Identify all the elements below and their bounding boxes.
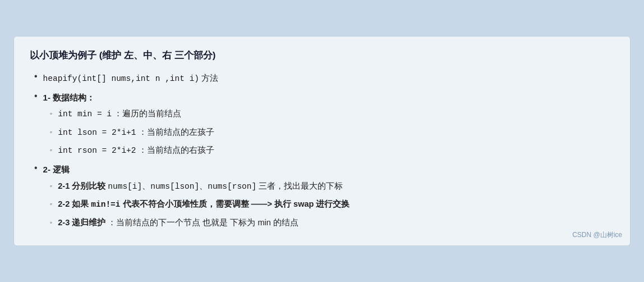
- list-item: ◦ 2-1 分别比较 nums[i]、nums[lson]、nums[rson]…: [30, 179, 614, 194]
- item-content: int lson = 2*i+1 ：当前结点的左孩子: [58, 125, 214, 140]
- text-span: 代表不符合小顶堆性质，需要调整 ——> 执行 swap 进行交换: [123, 199, 350, 208]
- code-span: min!=i: [91, 200, 120, 209]
- list-item: ◦ int min = i ：遍历的当前结点: [30, 107, 614, 121]
- text-span: ：当前结点的下一个节点 也就是 下标为 min 的结点: [108, 218, 298, 227]
- page-title: 以小顶堆为例子 (维护 左、中、右 三个部分): [30, 49, 614, 62]
- list-item: ◦ 2-3 递归维护 ：当前结点的下一个节点 也就是 下标为 min 的结点: [30, 216, 614, 230]
- list-item: ◦ int lson = 2*i+1 ：当前结点的左孩子: [30, 125, 614, 140]
- watermark: CSDN @山树ice: [572, 230, 622, 240]
- item-content: 2-1 分别比较 nums[i]、nums[lson]、nums[rson] 三…: [58, 179, 343, 194]
- main-card: 以小顶堆为例子 (维护 左、中、右 三个部分) • heapify(int[] …: [13, 36, 631, 246]
- item-content: heapify(int[] nums,int n ,int i) 方法: [43, 71, 219, 86]
- list-item: • heapify(int[] nums,int n ,int i) 方法: [30, 71, 614, 86]
- text-span: 2-2 如果: [58, 199, 91, 208]
- bullet-dot: •: [34, 91, 38, 101]
- text-span: 2-3 递归维护: [58, 218, 105, 227]
- item-content: 2- 逻辑: [43, 162, 70, 177]
- bullet-dot-sub: ◦: [50, 219, 52, 226]
- bullet-dot-sub: ◦: [50, 200, 52, 208]
- text-span: 三者，找出最大的下标: [259, 181, 343, 190]
- text-span: ：遍历的当前结点: [114, 109, 181, 118]
- code-span: heapify(int[] nums,int n ,int i): [43, 74, 199, 83]
- list-item: ◦ int rson = 2*i+2 ：当前结点的右孩子: [30, 143, 614, 158]
- text-span: ：当前结点的左孩子: [139, 128, 214, 137]
- text-span: ：当前结点的右孩子: [139, 145, 214, 154]
- code-span: int rson = 2*i+2: [58, 146, 136, 155]
- code-span: int lson = 2*i+1: [58, 128, 136, 137]
- bullet-dot: •: [34, 71, 38, 81]
- item-content: 2-3 递归维护 ：当前结点的下一个节点 也就是 下标为 min 的结点: [58, 216, 298, 230]
- bullet-dot-sub: ◦: [50, 182, 52, 190]
- code-span: nums[i]、nums[lson]、nums[rson]: [108, 182, 256, 191]
- item-content: int rson = 2*i+2 ：当前结点的右孩子: [58, 143, 214, 158]
- code-span: int min = i: [58, 110, 112, 119]
- text-span: 方法: [201, 73, 218, 83]
- bullet-dot-sub: ◦: [50, 110, 52, 117]
- bullet-dot-sub: ◦: [50, 146, 52, 154]
- list-item: • 2- 逻辑: [30, 162, 614, 177]
- bullet-dot: •: [34, 163, 38, 173]
- text-span: 2-1 分别比较: [58, 181, 108, 190]
- list-item: • 1- 数据结构：: [30, 90, 614, 105]
- item-content: int min = i ：遍历的当前结点: [58, 107, 181, 121]
- item-content: 2-2 如果 min!=i 代表不符合小顶堆性质，需要调整 ——> 执行 swa…: [58, 197, 349, 212]
- list-item: ◦ 2-2 如果 min!=i 代表不符合小顶堆性质，需要调整 ——> 执行 s…: [30, 197, 614, 212]
- item-content: 1- 数据结构：: [43, 90, 95, 105]
- bullet-dot-sub: ◦: [50, 128, 52, 136]
